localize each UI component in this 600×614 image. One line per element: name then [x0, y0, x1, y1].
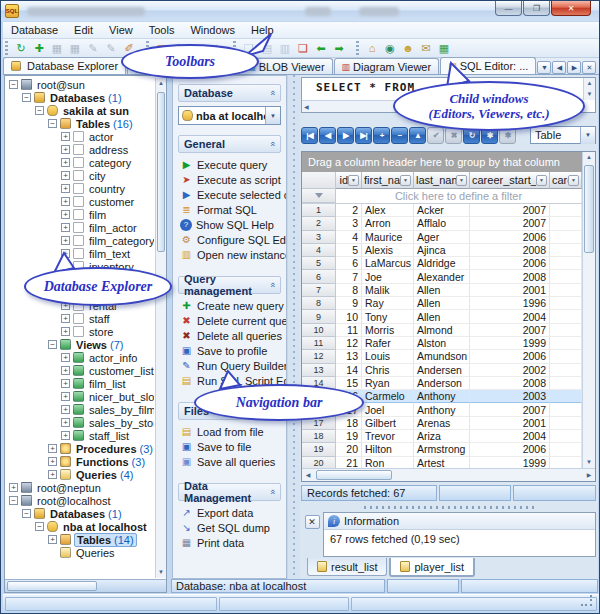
save-to-file-link[interactable]: ▣Save to file [178, 439, 281, 454]
expand-icon[interactable]: + [9, 483, 18, 492]
cell-career_start_year[interactable]: 2001 [470, 417, 550, 430]
column-filter-dropdown-icon[interactable]: ▼ [348, 175, 359, 186]
cell-career_end_year[interactable] [550, 324, 582, 337]
scroll-left-icon[interactable]: ◀ [302, 469, 314, 481]
cell-first_name[interactable]: Arron [362, 217, 414, 230]
tree-item-film-text[interactable]: +film_text [5, 247, 154, 260]
format-sql-link[interactable]: ≣Format SQL [178, 202, 281, 217]
expand-icon[interactable]: + [48, 444, 57, 453]
cell-career_start_year[interactable]: 2004 [470, 430, 550, 443]
cell-career_start_year[interactable]: 2007 [470, 403, 550, 416]
first-record-button[interactable]: |◀ [301, 127, 318, 144]
scroll-down-icon[interactable]: ▼ [156, 567, 166, 578]
tree-item-actor[interactable]: +actor [5, 130, 154, 143]
cell-career_end_year[interactable] [550, 390, 582, 403]
collapse-chevron-icon[interactable]: « [267, 282, 277, 287]
row-indicator[interactable]: 5 [302, 257, 336, 270]
grid-scroll-thumb[interactable] [584, 165, 594, 253]
cell-career_start_year[interactable]: 1999 [470, 337, 550, 350]
cell-first_name[interactable]: Tony [362, 310, 414, 323]
cell-career_start_year[interactable]: 2007 [470, 324, 550, 337]
cell-career_start_year[interactable]: 2008 [470, 270, 550, 283]
table-row[interactable]: 1920HiltonArmstrong2006 [302, 443, 582, 456]
tree-item-databases[interactable]: −Databases (1) [5, 507, 154, 520]
table-row[interactable]: 34MauriceAger2006 [302, 231, 582, 244]
section-header-query-management[interactable]: Query management« [178, 276, 281, 294]
cell-id[interactable]: 21 [336, 457, 362, 468]
cell-id[interactable]: 20 [336, 443, 362, 456]
cell-id[interactable]: 11 [336, 324, 362, 337]
cell-career_end_year[interactable] [550, 430, 582, 443]
create-new-query-link[interactable]: ✚Create new query [178, 298, 281, 313]
tree-item-address[interactable]: +address [5, 143, 154, 156]
tree-item-root-sun[interactable]: −root@sun [5, 78, 154, 91]
cell-career_start_year[interactable]: 2006 [470, 350, 550, 363]
expand-icon[interactable]: + [61, 314, 70, 323]
cell-career_end_year[interactable] [550, 217, 582, 230]
export-data-link[interactable]: ↗Export data [178, 505, 281, 520]
table-row[interactable]: 67JoeAlexander2008 [302, 270, 582, 283]
expand-icon[interactable]: + [61, 171, 70, 180]
cell-first_name[interactable]: Maurice [362, 231, 414, 244]
cell-career_end_year[interactable] [550, 457, 582, 468]
cell-last_name[interactable]: Ajinca [414, 244, 470, 257]
cell-id[interactable]: 13 [336, 350, 362, 363]
row-indicator[interactable]: 11 [302, 337, 336, 350]
cell-first_name[interactable]: Chris [362, 364, 414, 377]
dropdown-icon[interactable]: ▼ [265, 107, 280, 124]
collapse-icon[interactable]: − [9, 496, 18, 505]
row-indicator[interactable]: 7 [302, 284, 336, 297]
tree-item-city[interactable]: +city [5, 169, 154, 182]
cell-career_end_year[interactable] [550, 284, 582, 297]
row-indicator[interactable]: 10 [302, 324, 336, 337]
cell-career_start_year[interactable]: 2006 [470, 231, 550, 244]
user-account-icon[interactable]: ☻ [399, 40, 417, 57]
table-row[interactable]: 89RayAllen1996 [302, 297, 582, 310]
cell-career_end_year[interactable] [550, 270, 582, 283]
cell-last_name[interactable]: Almond [414, 324, 470, 337]
info-splitter[interactable] [301, 503, 596, 511]
delete-current-query-link[interactable]: ✖Delete current query [178, 313, 281, 328]
cell-last_name[interactable]: Anthony [414, 403, 470, 416]
expand-icon[interactable]: + [61, 327, 70, 336]
cell-id[interactable]: 3 [336, 217, 362, 230]
tree-item-film-list[interactable]: +film_list [5, 377, 154, 390]
column-filter-dropdown-icon[interactable]: ▼ [400, 175, 411, 186]
expand-icon[interactable]: + [61, 210, 70, 219]
mail-icon[interactable]: ✉ [417, 40, 435, 57]
collapse-icon[interactable]: − [48, 340, 57, 349]
cell-first_name[interactable]: Alex [362, 204, 414, 217]
insert-record-button[interactable]: + [373, 127, 390, 144]
row-indicator[interactable]: 3 [302, 231, 336, 244]
row-indicator[interactable]: 19 [302, 443, 336, 456]
group-by-panel[interactable]: Drag a column header here to group by th… [302, 152, 582, 172]
cell-career_end_year[interactable] [550, 337, 582, 350]
row-indicator[interactable]: 2 [302, 217, 336, 230]
cell-career_start_year[interactable]: 2007 [470, 217, 550, 230]
tab-diagram-viewer[interactable]: ▥Diagram Viewer [334, 58, 440, 74]
expand-icon[interactable]: + [61, 353, 70, 362]
scroll-down-icon[interactable]: ▼ [584, 89, 595, 100]
cell-first_name[interactable]: Joe [362, 270, 414, 283]
cell-first_name[interactable]: Hilton [362, 443, 414, 456]
cell-career_end_year[interactable] [550, 350, 582, 363]
next-record-button[interactable]: ▶ [337, 127, 354, 144]
cell-last_name[interactable]: Alston [414, 337, 470, 350]
collapse-icon[interactable]: − [48, 119, 57, 128]
resize-grip[interactable] [581, 595, 593, 607]
tab-result_list[interactable]: result_list [307, 558, 387, 576]
collapse-icon[interactable]: − [35, 106, 44, 115]
cell-first_name[interactable]: Morris [362, 324, 414, 337]
tree-item-nicer-but-slower-film-list[interactable]: +nicer_but_slower_film_list [5, 390, 154, 403]
forward-icon[interactable]: ➡ [330, 40, 348, 57]
cell-career_start_year[interactable]: 2006 [470, 257, 550, 270]
row-indicator[interactable]: 12 [302, 350, 336, 363]
cell-career_end_year[interactable] [550, 310, 582, 323]
menu-item-tools[interactable]: Tools [141, 22, 183, 38]
cell-first_name[interactable]: Alexis [362, 244, 414, 257]
grid-hscroll-thumb[interactable] [316, 470, 392, 480]
cell-last_name[interactable]: Allen [414, 284, 470, 297]
cell-first_name[interactable]: Rafer [362, 337, 414, 350]
cell-first_name[interactable]: Carmelo [362, 390, 414, 403]
tree-scroll-thumb[interactable] [157, 92, 165, 252]
